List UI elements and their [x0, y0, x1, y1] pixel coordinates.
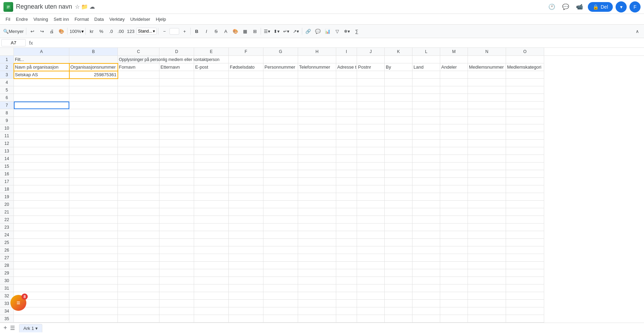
align-button[interactable]: ☰▾ — [262, 26, 271, 36]
cell-d13[interactable] — [159, 147, 194, 155]
cell-o15[interactable] — [506, 163, 544, 170]
cell-g25[interactable] — [263, 239, 298, 246]
cell-f27[interactable] — [229, 254, 263, 262]
row-num-24[interactable]: 24 — [0, 231, 14, 239]
col-header-b[interactable]: B — [69, 48, 118, 55]
cell-g8[interactable] — [263, 109, 298, 117]
cell-k23[interactable] — [385, 224, 412, 231]
cell-d8[interactable] — [159, 109, 194, 117]
cell-m13[interactable] — [440, 147, 468, 155]
cell-g29[interactable] — [263, 269, 298, 277]
cell-g13[interactable] — [263, 147, 298, 155]
cell-i19[interactable] — [336, 193, 357, 201]
cell-g35[interactable] — [263, 315, 298, 323]
cell-j10[interactable] — [357, 124, 385, 132]
cell-h20[interactable] — [298, 201, 336, 208]
cell-l25[interactable] — [412, 239, 440, 246]
cell-h9[interactable] — [298, 117, 336, 124]
cell-k34[interactable] — [385, 307, 412, 315]
cell-d22[interactable] — [159, 216, 194, 224]
cell-h31[interactable] — [298, 284, 336, 292]
cell-m20[interactable] — [440, 201, 468, 208]
cell-c21[interactable] — [118, 208, 159, 216]
menu-sett-inn[interactable]: Sett inn — [51, 15, 72, 23]
cell-j3[interactable] — [357, 71, 385, 79]
cell-b18[interactable] — [69, 185, 118, 193]
cell-n7[interactable] — [468, 102, 506, 109]
cell-h23[interactable] — [298, 224, 336, 231]
cell-e2[interactable]: E-post — [194, 63, 229, 71]
cell-i3[interactable] — [336, 71, 357, 79]
cell-g17[interactable] — [263, 178, 298, 185]
cell-l29[interactable] — [412, 269, 440, 277]
cell-f2[interactable]: Fødselsdato — [229, 63, 263, 71]
cell-m23[interactable] — [440, 224, 468, 231]
cell-c11[interactable] — [118, 132, 159, 140]
cell-f26[interactable] — [229, 246, 263, 254]
menu-endre[interactable]: Endre — [13, 15, 31, 23]
cell-f3[interactable] — [229, 71, 263, 79]
cell-o1[interactable] — [506, 56, 544, 63]
cloud-icon[interactable]: ☁ — [89, 3, 95, 10]
cell-i35[interactable] — [336, 315, 357, 323]
cell-h4[interactable] — [298, 79, 336, 86]
function-button[interactable]: ∑ — [352, 26, 361, 36]
cell-c17[interactable] — [118, 178, 159, 185]
cell-m1[interactable] — [440, 56, 468, 63]
cell-e31[interactable] — [194, 284, 229, 292]
cell-h1[interactable] — [298, 56, 336, 63]
cell-o23[interactable] — [506, 224, 544, 231]
cell-j4[interactable] — [357, 79, 385, 86]
cell-j28[interactable] — [357, 262, 385, 269]
cell-o6[interactable] — [506, 94, 544, 102]
cell-k26[interactable] — [385, 246, 412, 254]
row-num-8[interactable]: 8 — [0, 109, 14, 117]
cell-g34[interactable] — [263, 307, 298, 315]
collapse-toolbar-button[interactable]: ∧ — [633, 26, 642, 36]
cell-m16[interactable] — [440, 170, 468, 178]
cell-o18[interactable] — [506, 185, 544, 193]
cell-b20[interactable] — [69, 201, 118, 208]
cell-n1[interactable] — [468, 56, 506, 63]
cell-e16[interactable] — [194, 170, 229, 178]
cell-n28[interactable] — [468, 262, 506, 269]
cell-e22[interactable] — [194, 216, 229, 224]
cell-n6[interactable] — [468, 94, 506, 102]
chart-button[interactable]: 📊 — [323, 26, 332, 36]
cell-i24[interactable] — [336, 231, 357, 239]
cell-a6[interactable] — [14, 94, 69, 102]
cell-a11[interactable] — [14, 132, 69, 140]
cell-b6[interactable] — [69, 94, 118, 102]
cell-b17[interactable] — [69, 178, 118, 185]
cell-b33[interactable] — [69, 300, 118, 307]
row-num-1[interactable]: 1 — [0, 56, 14, 63]
cell-i34[interactable] — [336, 307, 357, 315]
cell-l21[interactable] — [412, 208, 440, 216]
cell-o14[interactable] — [506, 155, 544, 163]
row-num-28[interactable]: 28 — [0, 262, 14, 269]
filter-button[interactable]: ▽ — [333, 26, 342, 36]
cell-i30[interactable] — [336, 277, 357, 284]
cell-n23[interactable] — [468, 224, 506, 231]
cell-j32[interactable] — [357, 292, 385, 300]
cell-a12[interactable] — [14, 140, 69, 147]
cell-c23[interactable] — [118, 224, 159, 231]
cell-l23[interactable] — [412, 224, 440, 231]
row-num-15[interactable]: 15 — [0, 163, 14, 170]
cell-d9[interactable] — [159, 117, 194, 124]
cell-g1[interactable] — [263, 56, 298, 63]
cell-a18[interactable] — [14, 185, 69, 193]
cell-i33[interactable] — [336, 300, 357, 307]
cell-m6[interactable] — [440, 94, 468, 102]
cell-l2[interactable]: Land — [412, 63, 440, 71]
cell-d31[interactable] — [159, 284, 194, 292]
menu-fil[interactable]: Fil — [3, 15, 13, 23]
cell-m12[interactable] — [440, 140, 468, 147]
cell-l13[interactable] — [412, 147, 440, 155]
cell-m2[interactable]: Andeler — [440, 63, 468, 71]
cell-c29[interactable] — [118, 269, 159, 277]
cell-c16[interactable] — [118, 170, 159, 178]
cell-f19[interactable] — [229, 193, 263, 201]
history-button[interactable]: 🕐 — [546, 1, 557, 12]
cell-o13[interactable] — [506, 147, 544, 155]
